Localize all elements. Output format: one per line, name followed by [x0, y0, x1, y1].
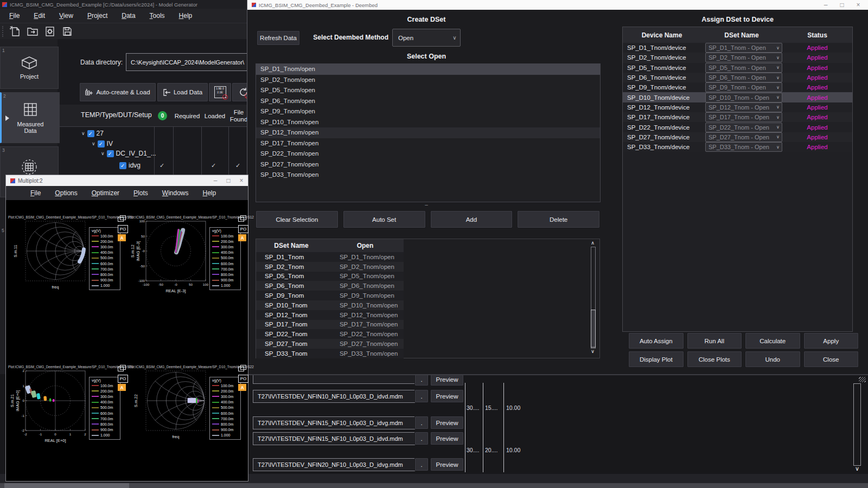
table-row[interactable]: SP_D33_Tnom/deviceSP_D33_Tnom - OpenAppl…	[623, 142, 852, 152]
resize-grip[interactable]	[859, 377, 866, 382]
display-plot-button[interactable]: Display Plot	[628, 351, 684, 368]
browse-button[interactable]: .	[414, 458, 429, 471]
auto-assign-button[interactable]: Auto Assign	[628, 332, 684, 349]
table-row[interactable]: SP_D10_Tnom/deviceSP_D10_Tnom - OpenAppl…	[623, 92, 852, 102]
menu-windows[interactable]: Windows	[155, 186, 196, 200]
chevron-down-icon[interactable]: ∨	[81, 131, 85, 136]
preview-button[interactable]: Preview	[430, 458, 464, 471]
plot-windows-icon[interactable]	[118, 365, 126, 371]
table-row[interactable]: SP_D6_Tnom/deviceSP_D6_Tnom - OpenApplie…	[623, 73, 852, 82]
chevron-down-icon[interactable]: ∨	[101, 151, 105, 156]
plot-options-button[interactable]: PO	[118, 225, 128, 233]
checkbox-checked[interactable]	[87, 130, 94, 137]
checkbox-checked[interactable]	[119, 162, 126, 169]
plot-canvas-s11[interactable]: freqS.m.11	[9, 220, 91, 296]
menu-help[interactable]: Help	[172, 9, 200, 23]
menu-tools[interactable]: Tools	[143, 9, 172, 23]
table-row[interactable]: SP_D27_TnomSP_D27_Tnom/open	[256, 339, 404, 349]
open-list-item[interactable]: SP_D27_Tnom/open	[256, 159, 600, 170]
maximize-button[interactable]: □	[222, 177, 235, 184]
menu-optimizer[interactable]: Optimizer	[85, 186, 126, 200]
run-all-button[interactable]: Run All	[687, 332, 743, 349]
tree-row[interactable]: idvg	[119, 162, 141, 169]
plot-canvas-s22[interactable]: freqS.m.22	[130, 369, 211, 445]
file-path-input[interactable]: T27\IV\TESTDEV_NFIN15_NF10_L0p03_D_idvg.…	[253, 416, 417, 429]
plot-windows-icon[interactable]	[238, 215, 246, 222]
plot-options-button[interactable]: PO	[238, 375, 248, 383]
dset-select[interactable]: SP_D5_Tnom - Open	[705, 63, 782, 73]
splitter-handle[interactable]: –	[422, 202, 431, 208]
open-list-item[interactable]: SP_D17_Tnom/open	[256, 138, 600, 149]
menu-project[interactable]: Project	[80, 9, 114, 23]
scrollbar-thumb[interactable]	[591, 310, 596, 348]
add-button[interactable]: Add	[430, 210, 513, 228]
minimize-button[interactable]: –	[818, 1, 834, 9]
plot-options-button[interactable]: PO	[118, 375, 128, 383]
table-row[interactable]: SP_D6_TnomSP_D6_Tnom/open	[256, 281, 404, 291]
close-button[interactable]: ×	[850, 1, 866, 9]
plot-canvas-s21[interactable]: -2-1012210-1-2REAL [E+0]S.m.21IMAG [E+0]	[9, 369, 91, 445]
open-list-item[interactable]: SP_D12_Tnom/open	[256, 127, 600, 138]
table-row[interactable]: SP_D27_Tnom/deviceSP_D27_Tnom - OpenAppl…	[623, 132, 852, 142]
dset-select[interactable]: SP_D6_Tnom - Open	[705, 73, 782, 82]
table-row[interactable]: SP_D5_TnomSP_D5_Tnom/open	[256, 272, 404, 281]
delete-button[interactable]: Delete	[517, 210, 600, 228]
open-list-item[interactable]: SP_D2_Tnom/open	[256, 75, 600, 86]
scroll-down-icon[interactable]: ∨	[589, 349, 596, 354]
dset-select[interactable]: SP_D2_Tnom - Open	[705, 53, 782, 62]
tree-row[interactable]: ∨ IV	[92, 140, 113, 147]
menu-file[interactable]: File	[2, 9, 27, 23]
table-row[interactable]: SP_D2_Tnom/deviceSP_D2_Tnom - OpenApplie…	[623, 53, 852, 62]
browse-button[interactable]: .	[414, 416, 429, 429]
open-list-item[interactable]: SP_D9_Tnom/open	[256, 106, 600, 117]
open-list-item[interactable]: SP_D33_Tnom/open	[256, 170, 600, 181]
tree-row[interactable]: ∨ DC_IV_D1_...	[101, 150, 156, 157]
open-project-icon[interactable]	[25, 25, 40, 38]
scroll-down-icon[interactable]: ∨	[853, 465, 861, 472]
table-row[interactable]: SP_D1_Tnom/deviceSP_D1_Tnom - OpenApplie…	[623, 43, 852, 53]
menu-help[interactable]: Help	[195, 186, 223, 200]
dset-select[interactable]: SP_D12_Tnom - Open	[705, 102, 782, 112]
clear-data-button[interactable]: 1.9E-32.1E	[208, 82, 232, 102]
clear-selection-button[interactable]: Clear Selection	[256, 210, 339, 228]
dset-select[interactable]: SP_D9_Tnom - Open	[705, 82, 782, 92]
browse-button[interactable]: .	[414, 389, 429, 403]
tree-row[interactable]: ∨ 27	[81, 130, 104, 137]
table-row[interactable]: SP_D5_Tnom/deviceSP_D5_Tnom - OpenApplie…	[623, 63, 852, 73]
dset-select[interactable]: SP_D33_Tnom - Open	[705, 142, 782, 152]
auto-create-load-button[interactable]: Auto-create & Load	[79, 82, 156, 102]
preview-button[interactable]: Preview	[430, 416, 464, 429]
scroll-up-icon[interactable]: ∧	[589, 240, 596, 246]
table-row[interactable]: SP_D2_TnomSP_D2_Tnom/open	[256, 262, 404, 272]
browse-button[interactable]: .	[414, 432, 429, 445]
close-button[interactable]: Close	[803, 351, 859, 368]
checkbox-checked[interactable]	[107, 150, 114, 157]
chevron-down-icon[interactable]: ∨	[92, 141, 95, 146]
dset-select[interactable]: SP_D22_Tnom - Open	[705, 123, 782, 132]
dset-select[interactable]: SP_D17_Tnom - Open	[705, 112, 782, 122]
open-list-item[interactable]: SP_D5_Tnom/open	[256, 85, 600, 96]
calculate-button[interactable]: Calculate	[745, 332, 801, 349]
preview-button[interactable]: Preview	[430, 432, 464, 445]
table-row[interactable]: SP_D22_Tnom/deviceSP_D22_Tnom - OpenAppl…	[623, 122, 852, 132]
table-row[interactable]: SP_D9_TnomSP_D9_Tnom/open	[256, 291, 404, 300]
dset-scrollbar[interactable]: ∧ ∨	[589, 240, 596, 356]
horizontal-scrollbar[interactable]	[0, 483, 868, 488]
dset-select[interactable]: SP_D1_Tnom - Open	[705, 43, 782, 53]
table-row[interactable]: SP_D12_TnomSP_D12_Tnom/open	[256, 310, 404, 320]
maximize-button[interactable]: □	[834, 1, 850, 9]
table-row[interactable]: SP_D10_TnomSP_D10_Tnom/open	[256, 300, 404, 310]
scrollbar-thumb[interactable]	[4, 483, 129, 488]
menu-file[interactable]: File	[23, 186, 48, 200]
minimize-button[interactable]: –	[209, 177, 222, 184]
project-settings-icon[interactable]	[43, 25, 57, 38]
table-row[interactable]: SP_D17_TnomSP_D17_Tnom/open	[256, 320, 404, 330]
file-path-input[interactable]: T27\IV\TESTDEV_NFIN10_NF10_L0p03_D_idvd.…	[253, 390, 417, 403]
apply-button[interactable]: Apply	[803, 332, 859, 349]
method-select[interactable]: Open	[392, 29, 461, 47]
file-path-input[interactable]: T27\IV\TESTDEV_NFIN20_NF10_L0p03_D_idvg.…	[253, 458, 417, 471]
plot-windows-icon[interactable]	[238, 365, 246, 371]
close-button[interactable]: ×	[235, 177, 248, 184]
autoscale-button[interactable]: A	[118, 384, 126, 391]
autoscale-button[interactable]: A	[118, 234, 126, 241]
